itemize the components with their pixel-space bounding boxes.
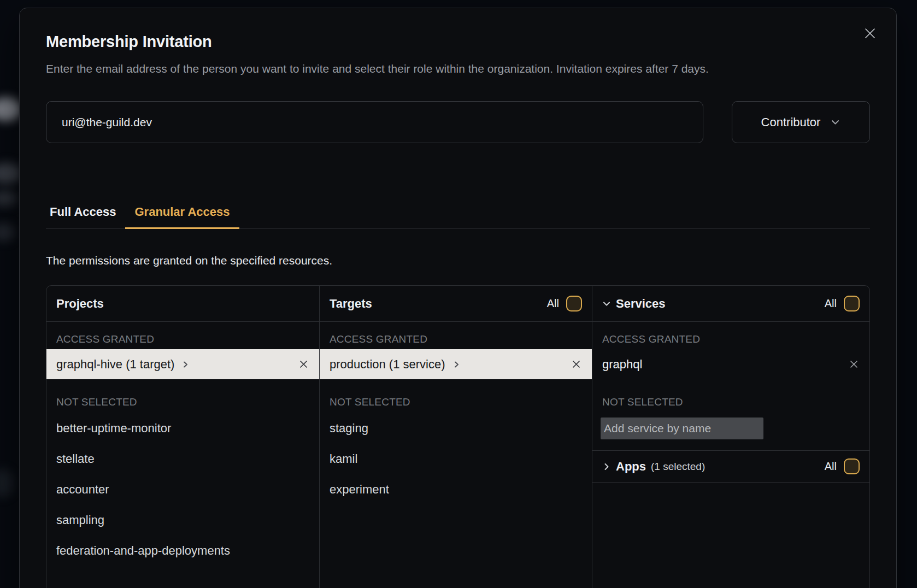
target-option[interactable]: kamil: [320, 444, 592, 474]
projects-column: ACCESS GRANTED graphql-hive (1 target) N…: [46, 322, 320, 588]
project-option[interactable]: better-uptime-monitor: [46, 413, 319, 444]
access-granted-label: ACCESS GRANTED: [602, 333, 860, 346]
tab-full-access[interactable]: Full Access: [40, 205, 125, 229]
services-column-header: Services All: [592, 286, 869, 322]
services-column: ACCESS GRANTED graphql NOT SELECTED: [592, 322, 869, 588]
not-selected-label: NOT SELECTED: [56, 396, 309, 409]
remove-target-icon[interactable]: [570, 358, 582, 371]
services-all-checkbox[interactable]: [844, 296, 860, 311]
project-option[interactable]: sampling: [46, 505, 319, 536]
services-header-label: Services: [616, 297, 666, 311]
not-selected-label: NOT SELECTED: [602, 396, 860, 409]
permissions-note: The permissions are granted on the speci…: [46, 254, 870, 268]
close-icon[interactable]: [862, 26, 878, 41]
role-select-value: Contributor: [761, 115, 821, 130]
target-option[interactable]: experiment: [320, 474, 592, 505]
project-granted-row[interactable]: graphql-hive (1 target): [46, 349, 319, 379]
background-artifact: [0, 190, 17, 207]
target-option[interactable]: staging: [320, 413, 592, 444]
service-granted-label: graphql: [602, 357, 642, 372]
add-service-input[interactable]: [601, 418, 763, 439]
email-input[interactable]: [46, 101, 703, 143]
access-granted-label: ACCESS GRANTED: [56, 333, 309, 346]
background-artifact: [0, 97, 22, 121]
chevron-down-icon[interactable]: [602, 299, 611, 308]
projects-header-label: Projects: [56, 297, 104, 311]
apps-all-checkbox[interactable]: [844, 458, 860, 474]
background-artifact: [0, 163, 22, 184]
targets-header-label: Targets: [330, 297, 372, 311]
background-artifact: [0, 223, 15, 242]
services-all-label: All: [825, 297, 837, 310]
target-granted-label: production (1 service): [330, 357, 445, 372]
project-option[interactable]: federation-and-app-deployments: [46, 536, 319, 566]
dialog-title: Membership Invitation: [46, 32, 870, 51]
not-selected-label: NOT SELECTED: [330, 396, 582, 409]
access-granted-label: ACCESS GRANTED: [330, 333, 582, 346]
target-granted-row[interactable]: production (1 service): [320, 349, 592, 379]
remove-project-icon[interactable]: [297, 358, 309, 371]
invite-form-row: Contributor: [46, 101, 870, 143]
targets-all-checkbox[interactable]: [566, 296, 582, 311]
resources-grid: Projects Targets All Services All ACCESS…: [46, 285, 870, 588]
chevron-right-icon: [452, 361, 460, 368]
chevron-right-icon: [181, 361, 189, 368]
targets-all-label: All: [547, 297, 559, 310]
membership-invitation-dialog: Membership Invitation Enter the email ad…: [19, 8, 897, 588]
apps-group-label: Apps: [616, 460, 646, 474]
project-option[interactable]: accounter: [46, 474, 319, 505]
chevron-down-icon: [830, 117, 840, 127]
access-tabs: Full Access Granular Access: [46, 205, 870, 229]
targets-column: ACCESS GRANTED production (1 service) NO…: [320, 322, 592, 588]
tab-granular-access[interactable]: Granular Access: [125, 205, 239, 229]
apps-group-row[interactable]: Apps (1 selected) All: [592, 450, 869, 483]
role-select[interactable]: Contributor: [732, 101, 870, 143]
targets-column-header: Targets All: [320, 286, 592, 322]
apps-selected-count: (1 selected): [651, 461, 705, 473]
background-artifact: [0, 469, 14, 497]
remove-service-icon[interactable]: [848, 358, 860, 371]
project-option[interactable]: stellate: [46, 444, 319, 474]
projects-column-header: Projects: [46, 286, 320, 322]
chevron-right-icon[interactable]: [602, 462, 611, 471]
dialog-description: Enter the email address of the person yo…: [46, 58, 803, 79]
project-granted-label: graphql-hive (1 target): [56, 357, 174, 372]
apps-all-label: All: [825, 460, 837, 473]
service-granted-row[interactable]: graphql: [592, 349, 869, 379]
